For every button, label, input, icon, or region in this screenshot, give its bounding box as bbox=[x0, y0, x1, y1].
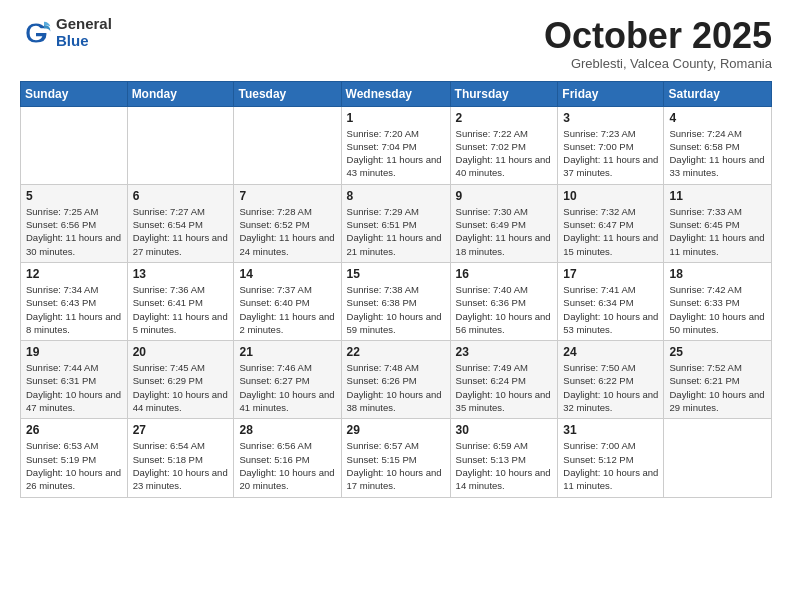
day-info: Sunrise: 7:34 AMSunset: 6:43 PMDaylight:… bbox=[26, 283, 122, 336]
table-row: 2Sunrise: 7:22 AMSunset: 7:02 PMDaylight… bbox=[450, 106, 558, 184]
day-info: Sunrise: 6:57 AMSunset: 5:15 PMDaylight:… bbox=[347, 439, 445, 492]
day-info: Sunrise: 7:48 AMSunset: 6:26 PMDaylight:… bbox=[347, 361, 445, 414]
day-number: 20 bbox=[133, 345, 229, 359]
table-row: 6Sunrise: 7:27 AMSunset: 6:54 PMDaylight… bbox=[127, 184, 234, 262]
day-number: 22 bbox=[347, 345, 445, 359]
day-info: Sunrise: 7:29 AMSunset: 6:51 PMDaylight:… bbox=[347, 205, 445, 258]
day-info: Sunrise: 7:23 AMSunset: 7:00 PMDaylight:… bbox=[563, 127, 658, 180]
table-row: 5Sunrise: 7:25 AMSunset: 6:56 PMDaylight… bbox=[21, 184, 128, 262]
day-info: Sunrise: 7:50 AMSunset: 6:22 PMDaylight:… bbox=[563, 361, 658, 414]
day-info: Sunrise: 7:25 AMSunset: 6:56 PMDaylight:… bbox=[26, 205, 122, 258]
day-info: Sunrise: 7:49 AMSunset: 6:24 PMDaylight:… bbox=[456, 361, 553, 414]
col-friday: Friday bbox=[558, 81, 664, 106]
day-info: Sunrise: 7:00 AMSunset: 5:12 PMDaylight:… bbox=[563, 439, 658, 492]
table-row: 31Sunrise: 7:00 AMSunset: 5:12 PMDayligh… bbox=[558, 419, 664, 497]
day-info: Sunrise: 7:36 AMSunset: 6:41 PMDaylight:… bbox=[133, 283, 229, 336]
day-info: Sunrise: 7:45 AMSunset: 6:29 PMDaylight:… bbox=[133, 361, 229, 414]
col-monday: Monday bbox=[127, 81, 234, 106]
table-row: 14Sunrise: 7:37 AMSunset: 6:40 PMDayligh… bbox=[234, 262, 341, 340]
day-number: 11 bbox=[669, 189, 766, 203]
day-number: 7 bbox=[239, 189, 335, 203]
day-number: 24 bbox=[563, 345, 658, 359]
table-row: 20Sunrise: 7:45 AMSunset: 6:29 PMDayligh… bbox=[127, 341, 234, 419]
table-row: 13Sunrise: 7:36 AMSunset: 6:41 PMDayligh… bbox=[127, 262, 234, 340]
table-row: 21Sunrise: 7:46 AMSunset: 6:27 PMDayligh… bbox=[234, 341, 341, 419]
day-info: Sunrise: 7:40 AMSunset: 6:36 PMDaylight:… bbox=[456, 283, 553, 336]
day-number: 21 bbox=[239, 345, 335, 359]
day-number: 30 bbox=[456, 423, 553, 437]
day-number: 5 bbox=[26, 189, 122, 203]
calendar-week-row: 26Sunrise: 6:53 AMSunset: 5:19 PMDayligh… bbox=[21, 419, 772, 497]
table-row: 27Sunrise: 6:54 AMSunset: 5:18 PMDayligh… bbox=[127, 419, 234, 497]
col-sunday: Sunday bbox=[21, 81, 128, 106]
day-info: Sunrise: 7:44 AMSunset: 6:31 PMDaylight:… bbox=[26, 361, 122, 414]
calendar-week-row: 12Sunrise: 7:34 AMSunset: 6:43 PMDayligh… bbox=[21, 262, 772, 340]
day-number: 8 bbox=[347, 189, 445, 203]
day-number: 14 bbox=[239, 267, 335, 281]
day-info: Sunrise: 7:28 AMSunset: 6:52 PMDaylight:… bbox=[239, 205, 335, 258]
day-info: Sunrise: 7:24 AMSunset: 6:58 PMDaylight:… bbox=[669, 127, 766, 180]
day-number: 27 bbox=[133, 423, 229, 437]
month-title: October 2025 bbox=[544, 16, 772, 56]
table-row: 9Sunrise: 7:30 AMSunset: 6:49 PMDaylight… bbox=[450, 184, 558, 262]
logo: General Blue bbox=[20, 16, 112, 49]
logo-text: General Blue bbox=[56, 16, 112, 49]
calendar-table: Sunday Monday Tuesday Wednesday Thursday… bbox=[20, 81, 772, 498]
day-number: 19 bbox=[26, 345, 122, 359]
day-info: Sunrise: 7:33 AMSunset: 6:45 PMDaylight:… bbox=[669, 205, 766, 258]
calendar-week-row: 19Sunrise: 7:44 AMSunset: 6:31 PMDayligh… bbox=[21, 341, 772, 419]
day-info: Sunrise: 6:56 AMSunset: 5:16 PMDaylight:… bbox=[239, 439, 335, 492]
day-info: Sunrise: 6:54 AMSunset: 5:18 PMDaylight:… bbox=[133, 439, 229, 492]
table-row: 4Sunrise: 7:24 AMSunset: 6:58 PMDaylight… bbox=[664, 106, 772, 184]
table-row: 11Sunrise: 7:33 AMSunset: 6:45 PMDayligh… bbox=[664, 184, 772, 262]
day-number: 10 bbox=[563, 189, 658, 203]
table-row: 8Sunrise: 7:29 AMSunset: 6:51 PMDaylight… bbox=[341, 184, 450, 262]
day-info: Sunrise: 7:22 AMSunset: 7:02 PMDaylight:… bbox=[456, 127, 553, 180]
day-number: 9 bbox=[456, 189, 553, 203]
day-number: 25 bbox=[669, 345, 766, 359]
col-tuesday: Tuesday bbox=[234, 81, 341, 106]
day-number: 3 bbox=[563, 111, 658, 125]
table-row: 1Sunrise: 7:20 AMSunset: 7:04 PMDaylight… bbox=[341, 106, 450, 184]
table-row: 23Sunrise: 7:49 AMSunset: 6:24 PMDayligh… bbox=[450, 341, 558, 419]
day-number: 18 bbox=[669, 267, 766, 281]
table-row: 18Sunrise: 7:42 AMSunset: 6:33 PMDayligh… bbox=[664, 262, 772, 340]
table-row: 29Sunrise: 6:57 AMSunset: 5:15 PMDayligh… bbox=[341, 419, 450, 497]
title-block: October 2025 Greblesti, Valcea County, R… bbox=[544, 16, 772, 71]
table-row: 10Sunrise: 7:32 AMSunset: 6:47 PMDayligh… bbox=[558, 184, 664, 262]
table-row: 16Sunrise: 7:40 AMSunset: 6:36 PMDayligh… bbox=[450, 262, 558, 340]
table-row: 12Sunrise: 7:34 AMSunset: 6:43 PMDayligh… bbox=[21, 262, 128, 340]
header: General Blue October 2025 Greblesti, Val… bbox=[20, 16, 772, 71]
table-row: 17Sunrise: 7:41 AMSunset: 6:34 PMDayligh… bbox=[558, 262, 664, 340]
table-row: 19Sunrise: 7:44 AMSunset: 6:31 PMDayligh… bbox=[21, 341, 128, 419]
day-number: 31 bbox=[563, 423, 658, 437]
table-row: 30Sunrise: 6:59 AMSunset: 5:13 PMDayligh… bbox=[450, 419, 558, 497]
logo-general-text: General bbox=[56, 16, 112, 33]
day-number: 13 bbox=[133, 267, 229, 281]
day-info: Sunrise: 6:59 AMSunset: 5:13 PMDaylight:… bbox=[456, 439, 553, 492]
day-info: Sunrise: 7:27 AMSunset: 6:54 PMDaylight:… bbox=[133, 205, 229, 258]
calendar-week-row: 5Sunrise: 7:25 AMSunset: 6:56 PMDaylight… bbox=[21, 184, 772, 262]
calendar-week-row: 1Sunrise: 7:20 AMSunset: 7:04 PMDaylight… bbox=[21, 106, 772, 184]
day-info: Sunrise: 7:37 AMSunset: 6:40 PMDaylight:… bbox=[239, 283, 335, 336]
day-number: 17 bbox=[563, 267, 658, 281]
day-number: 1 bbox=[347, 111, 445, 125]
day-info: Sunrise: 6:53 AMSunset: 5:19 PMDaylight:… bbox=[26, 439, 122, 492]
table-row bbox=[664, 419, 772, 497]
day-number: 16 bbox=[456, 267, 553, 281]
day-number: 12 bbox=[26, 267, 122, 281]
day-info: Sunrise: 7:32 AMSunset: 6:47 PMDaylight:… bbox=[563, 205, 658, 258]
table-row: 15Sunrise: 7:38 AMSunset: 6:38 PMDayligh… bbox=[341, 262, 450, 340]
table-row: 7Sunrise: 7:28 AMSunset: 6:52 PMDaylight… bbox=[234, 184, 341, 262]
calendar-header-row: Sunday Monday Tuesday Wednesday Thursday… bbox=[21, 81, 772, 106]
table-row: 24Sunrise: 7:50 AMSunset: 6:22 PMDayligh… bbox=[558, 341, 664, 419]
table-row: 28Sunrise: 6:56 AMSunset: 5:16 PMDayligh… bbox=[234, 419, 341, 497]
table-row: 26Sunrise: 6:53 AMSunset: 5:19 PMDayligh… bbox=[21, 419, 128, 497]
day-number: 23 bbox=[456, 345, 553, 359]
day-info: Sunrise: 7:30 AMSunset: 6:49 PMDaylight:… bbox=[456, 205, 553, 258]
col-thursday: Thursday bbox=[450, 81, 558, 106]
day-number: 15 bbox=[347, 267, 445, 281]
table-row bbox=[21, 106, 128, 184]
table-row: 25Sunrise: 7:52 AMSunset: 6:21 PMDayligh… bbox=[664, 341, 772, 419]
table-row: 3Sunrise: 7:23 AMSunset: 7:00 PMDaylight… bbox=[558, 106, 664, 184]
